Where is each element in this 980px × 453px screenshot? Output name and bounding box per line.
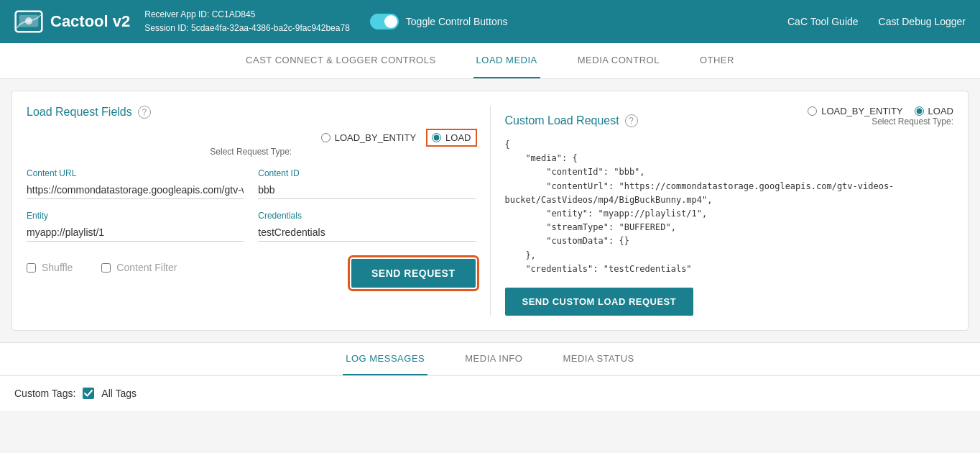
header-info: Receiver App ID: CC1AD845 Session ID: 5c… xyxy=(144,8,350,35)
custom-load-title-text: Custom Load Request xyxy=(505,114,619,127)
custom-tags-label: Custom Tags: xyxy=(14,388,75,399)
radio-load-left[interactable]: LOAD xyxy=(427,130,475,145)
radio-load-by-entity-label-left: LOAD_BY_ENTITY xyxy=(335,132,416,143)
content-url-group: Content URL xyxy=(27,168,244,199)
tab-media-info[interactable]: MEDIA INFO xyxy=(462,343,525,375)
radio-load-label-right: LOAD xyxy=(928,106,953,116)
checkmark-icon xyxy=(84,390,93,397)
content-filter-label: Content Filter xyxy=(116,262,177,273)
toggle-label: Toggle Control Buttons xyxy=(406,16,508,27)
tab-other[interactable]: OTHER xyxy=(697,43,737,78)
content-filter-checkbox[interactable]: Content Filter xyxy=(101,262,177,273)
receiver-app-id: Receiver App ID: CC1AD845 xyxy=(144,8,350,22)
main-nav: CAST CONNECT & LOGGER CONTROLS LOAD MEDI… xyxy=(0,43,980,79)
send-custom-load-request-button[interactable]: SEND CUSTOM LOAD REQUEST xyxy=(505,288,694,316)
entity-group: Entity xyxy=(27,211,244,242)
shuffle-checkbox[interactable]: Shuffle xyxy=(27,262,73,273)
radio-load-label-left: LOAD xyxy=(445,132,471,143)
toggle-control-buttons[interactable] xyxy=(370,14,399,29)
shuffle-label: Shuffle xyxy=(42,262,73,273)
toggle-section: Toggle Control Buttons xyxy=(370,14,508,29)
cac-tool-guide-link[interactable]: CaC Tool Guide xyxy=(787,16,859,27)
send-request-button[interactable]: SEND REQUEST xyxy=(351,259,475,288)
shuffle-input[interactable] xyxy=(27,263,36,273)
content-id-label: Content ID xyxy=(258,168,475,178)
radio-load-by-entity-label-right: LOAD_BY_ENTITY xyxy=(821,106,902,116)
bottom-content: Custom Tags: All Tags xyxy=(0,376,980,411)
logo-text: Cactool v2 xyxy=(50,12,130,31)
bottom-nav: LOG MESSAGES MEDIA INFO MEDIA STATUS xyxy=(0,343,980,376)
bottom-section: LOG MESSAGES MEDIA INFO MEDIA STATUS Cus… xyxy=(0,342,980,411)
content-filter-input[interactable] xyxy=(101,263,111,273)
entity-input[interactable] xyxy=(27,224,244,242)
radio-load-by-entity-left[interactable]: LOAD_BY_ENTITY xyxy=(321,132,416,143)
custom-load-help-icon[interactable]: ? xyxy=(625,114,638,127)
load-request-section: Load Request Fields ? LOAD_BY_ENTITY LOA… xyxy=(27,106,491,316)
custom-load-title: Custom Load Request ? xyxy=(505,114,638,127)
fields-row-top: Content URL Content ID xyxy=(27,168,476,211)
radio-load-right[interactable]: LOAD xyxy=(915,106,953,116)
checkboxes-row: Shuffle Content Filter xyxy=(27,262,177,273)
tab-cast-connect[interactable]: CAST CONNECT & LOGGER CONTROLS xyxy=(243,43,438,78)
load-media-panel: Load Request Fields ? LOAD_BY_ENTITY LOA… xyxy=(11,91,969,331)
entity-label: Entity xyxy=(27,211,244,221)
tab-media-status[interactable]: MEDIA STATUS xyxy=(560,343,637,375)
tab-log-messages[interactable]: LOG MESSAGES xyxy=(343,343,427,375)
load-request-help-icon[interactable]: ? xyxy=(138,106,151,119)
load-request-title: Load Request Fields ? xyxy=(27,106,476,119)
select-type-label-right: Select Request Type: xyxy=(872,116,953,127)
cast-debug-logger-link[interactable]: Cast Debug Logger xyxy=(879,16,966,27)
logo: Cactool v2 xyxy=(14,10,130,33)
custom-load-section: Custom Load Request ? LOAD_BY_ENTITY LOA… xyxy=(491,106,954,316)
app-header: Cactool v2 Receiver App ID: CC1AD845 Ses… xyxy=(0,0,980,43)
load-request-title-text: Load Request Fields xyxy=(27,106,132,119)
all-tags-checkbox[interactable] xyxy=(83,388,94,399)
credentials-group: Credentials xyxy=(258,211,475,242)
content-id-input[interactable] xyxy=(258,181,475,199)
json-preview: { "media": { "contentId": "bbb", "conten… xyxy=(505,138,954,276)
content-url-label: Content URL xyxy=(27,168,244,178)
select-type-label-left: Select Request Type: xyxy=(27,147,476,157)
header-links: CaC Tool Guide Cast Debug Logger xyxy=(787,16,966,27)
custom-tags-row: Custom Tags: All Tags xyxy=(14,388,966,399)
content-id-group: Content ID xyxy=(258,168,475,199)
radio-load-by-entity-right[interactable]: LOAD_BY_ENTITY xyxy=(808,106,902,116)
tab-load-media[interactable]: LOAD MEDIA xyxy=(473,43,540,78)
credentials-label: Credentials xyxy=(258,211,475,221)
fields-row-bottom: Entity Credentials xyxy=(27,211,476,253)
session-id: Session ID: 5cdae4fa-32aa-4386-ba2c-9fac… xyxy=(144,22,350,35)
main-content: Load Request Fields ? LOAD_BY_ENTITY LOA… xyxy=(0,79,980,342)
tab-media-control[interactable]: MEDIA CONTROL xyxy=(575,43,662,78)
credentials-input[interactable] xyxy=(258,224,475,242)
logo-icon xyxy=(14,10,43,33)
all-tags-label: All Tags xyxy=(101,388,137,399)
content-url-input[interactable] xyxy=(27,181,244,199)
